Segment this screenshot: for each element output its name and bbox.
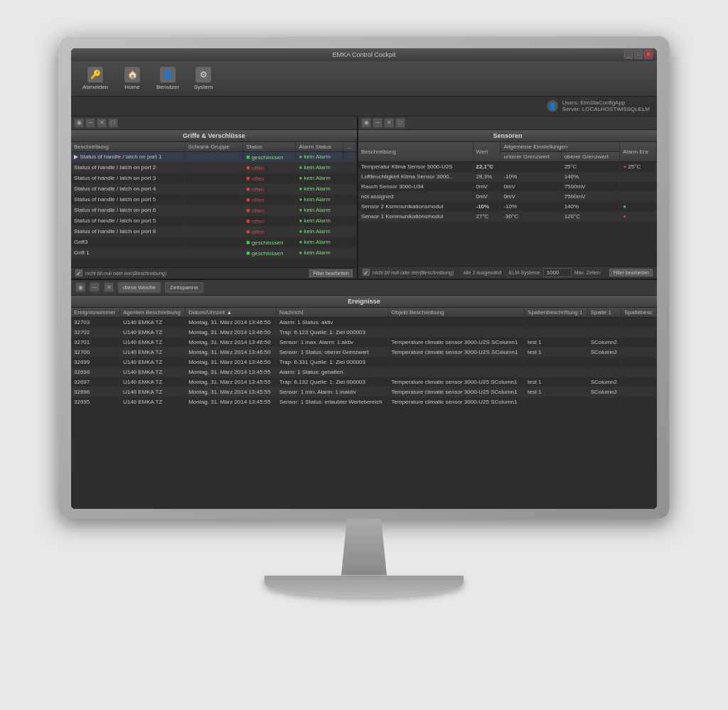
events-panel: ◉ ─ ✕ diese Woche Zeitspanne Ereignisse (71, 280, 657, 509)
events-row[interactable]: 32701 U140 EMKA TZ Montag, 31. März 2014… (71, 337, 657, 347)
sensoren-tool-2[interactable]: ─ (373, 118, 382, 128)
s-alarm (620, 191, 657, 201)
ev-s1: SColumn2 (587, 377, 621, 387)
sensoren-panel: ◉ ─ ✕ □ Sensoren (358, 117, 657, 279)
ev-date: Montag, 31. März 2014 13:46:50 (186, 347, 277, 357)
sensoren-row[interactable]: Rauch Sensor 3000-U34 0mV 0mV 7500mV (358, 181, 657, 191)
griffe-row[interactable]: Status of handle / latch on port 5 ■ off… (71, 215, 357, 226)
user-label: Users: ElmStaConfigApp (562, 99, 650, 106)
ev-sp1 (525, 367, 588, 377)
ev-msg: Trap: 6.123 Quelle: 1: Ziel 000003 (276, 327, 388, 337)
griffe-desc: Status of handle / latch on port 2 (71, 162, 185, 173)
user-icon: 👤 (547, 100, 558, 112)
system-icon: ⚙ (196, 67, 211, 82)
events-row[interactable]: 32699 U140 EMKA TZ Montag, 31. März 2014… (71, 357, 657, 367)
sensoren-tool-4[interactable]: □ (395, 118, 405, 128)
ev-col-sp1: Spaltenbeschriftung 1 (525, 308, 588, 318)
minimize-button[interactable]: _ (624, 50, 633, 59)
diese-woche-button[interactable]: diese Woche (118, 282, 161, 293)
zeitspanne-button[interactable]: Zeitspanne (165, 282, 203, 293)
sensoren-filter-checkbox[interactable]: ✓ (363, 269, 370, 276)
events-tool-3[interactable]: ✕ (104, 282, 114, 292)
maximize-button[interactable]: □ (634, 50, 643, 59)
home-button[interactable]: 🏠 Home (117, 64, 148, 93)
griffe-row[interactable]: Status of handle / latch on port 4 ■ off… (71, 183, 357, 194)
griffe-table[interactable]: Beschreibung Schrank Gruppe Status Alarm… (71, 142, 357, 267)
griffe-status: ■ geschlossen (243, 247, 296, 258)
abmelden-button[interactable]: 🔑 Abmelden (77, 64, 114, 93)
ev-s1 (587, 367, 621, 377)
events-row[interactable]: 32698 U140 EMKA TZ Montag, 31. März 2014… (71, 367, 657, 377)
ev-objdesc: Temperature climatic sensor 3000-U2S SCo… (388, 337, 525, 347)
ev-sp1 (525, 317, 588, 327)
events-row[interactable]: 32700 U140 EMKA TZ Montag, 31. März 2014… (71, 347, 657, 357)
s-col-wert: Wert (473, 142, 500, 162)
s-wert: 28,3% (473, 171, 500, 181)
griffe-tool-4[interactable]: □ (108, 118, 118, 128)
griffe-tool-3[interactable]: ✕ (97, 118, 107, 128)
griffe-more (343, 247, 356, 258)
s-alarm: ● (620, 211, 657, 221)
sensoren-row[interactable]: Sensor 2 Kommunikationsmodul -10% -10% 1… (358, 201, 657, 211)
col-more: ... (343, 142, 356, 152)
griffe-more (343, 194, 356, 205)
ev-objdesc (388, 357, 525, 367)
griffe-tool-1[interactable]: ◉ (74, 118, 84, 128)
griffe-tool-2[interactable]: ─ (85, 118, 95, 128)
monitor-stand-base (264, 576, 464, 597)
ev-s1 (587, 317, 621, 327)
sensoren-table[interactable]: Beschreibung Wert Allgemeine Einstellung… (358, 142, 657, 266)
ev-date: Montag, 31. März 2014 13:46:50 (186, 317, 277, 327)
events-row[interactable]: 32702 U140 EMKA TZ Montag, 31. März 2014… (71, 327, 657, 337)
user-info: Users: ElmStaConfigApp Server: LOCALHOST… (562, 99, 650, 112)
col-alarm: Alarm Status (296, 142, 343, 152)
home-icon: 🏠 (124, 67, 140, 82)
abmelden-icon: 🔑 (87, 67, 103, 82)
elm-input[interactable] (543, 268, 572, 277)
s-col-alarm-ere: Alarm Ere (620, 142, 657, 162)
ev-nr: 32701 (71, 337, 119, 347)
ev-date: Montag, 31. März 2014 13:45:55 (186, 397, 277, 407)
griffe-row[interactable]: Status of handle / latch on port 5 ■ off… (71, 194, 357, 205)
sensoren-tool-1[interactable]: ◉ (361, 118, 371, 128)
events-row[interactable]: 32696 U140 EMKA TZ Montag, 31. März 2014… (71, 387, 657, 397)
col-beschreibung: Beschreibung (71, 142, 185, 152)
events-tool-2[interactable]: ─ (90, 282, 100, 292)
ev-sp1: test 1 (525, 347, 588, 357)
griffe-row[interactable]: ▶ Status of handle / latch on port 1 ■ g… (71, 151, 357, 162)
griffe-row[interactable]: Griff 1 ■ geschlossen ● kein Alarm (71, 247, 357, 258)
ev-sp1 (525, 397, 588, 407)
griffe-filter-button[interactable]: Filter bearbeiten (309, 269, 353, 277)
col-status: Status (243, 142, 296, 152)
griffe-filter-checkbox[interactable]: ✓ (75, 269, 82, 276)
griffe-alarm: ● kein Alarm (296, 183, 343, 194)
benutzer-button[interactable]: 👤 Benutzer (151, 64, 185, 93)
elm-label: ELM-Systeme (509, 270, 540, 275)
griffe-row[interactable]: Griff3 ■ geschlossen ● kein Alarm (71, 237, 357, 247)
griffe-row[interactable]: Status of handle / latch on port 8 ■ off… (71, 226, 357, 237)
ev-objdesc (388, 317, 525, 327)
sensoren-row[interactable]: not assigned 0mV 0mV 7500mV (358, 191, 657, 201)
griffe-row[interactable]: Status of handle / latch on port 2 ■ off… (71, 162, 357, 173)
ev-msg: Alarm: 1 Status: aktiv (276, 317, 388, 327)
events-row[interactable]: 32697 U140 EMKA TZ Montag, 31. März 2014… (71, 377, 657, 387)
events-table[interactable]: Ereignisnummer Agenten Beschreibung Datu… (71, 308, 657, 509)
sensoren-row[interactable]: Sensor 1 Kommunikationsmodul 27°C -30°C … (358, 211, 657, 221)
sensoren-row[interactable]: Temperatur Klima Sensor 3000-U2S 22,1°C … (358, 161, 657, 171)
sensoren-tool-3[interactable]: ✕ (384, 118, 394, 128)
s-desc: Temperatur Klima Sensor 3000-U2S (358, 161, 473, 171)
close-button[interactable]: ✕ (644, 50, 653, 59)
events-row[interactable]: 32703 U140 EMKA TZ Montag, 31. März 2014… (71, 317, 657, 327)
sensoren-filter-button[interactable]: Filter bearbeiten (609, 269, 653, 276)
system-button[interactable]: ⚙ System (188, 64, 219, 93)
griffe-row[interactable]: Status of handle / latch on port 6 ■ off… (71, 205, 357, 215)
events-tool-1[interactable]: ◉ (75, 282, 85, 292)
ev-agent: U140 EMKA TZ (119, 347, 185, 357)
events-row[interactable]: 32695 U140 EMKA TZ Montag, 31. März 2014… (71, 397, 657, 407)
sensoren-row[interactable]: Luftfeuchtigkeit Klima Sensor 3000... 28… (358, 171, 657, 181)
griffe-row[interactable]: Status of handle / latch on port 3 ■ off… (71, 173, 357, 183)
s-upper: 120°C (561, 211, 620, 221)
griffe-status: ■ offen (243, 215, 296, 226)
title-bar: EMKA Control Cockpit _ □ ✕ (71, 48, 657, 61)
griffe-desc: Status of handle / latch on port 6 (71, 205, 185, 215)
